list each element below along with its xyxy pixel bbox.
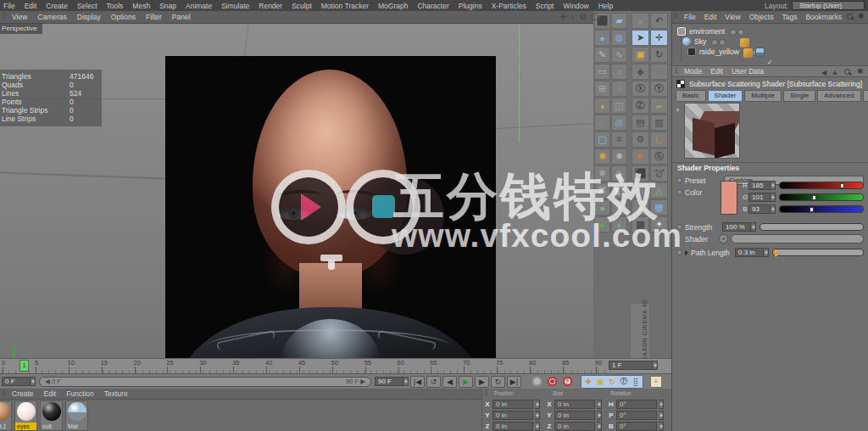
dolly-view-icon[interactable]: ↓ [570,12,575,21]
add-plane-icon[interactable]: ▰ [611,13,627,29]
attribute-tab[interactable]: Lights [863,90,868,102]
stepper-icon[interactable] [764,248,769,257]
points-mode-icon[interactable]: ⁙ [632,182,649,199]
search-icon[interactable] [843,68,852,76]
light-object-icon[interactable]: ✺ [594,148,610,165]
diamond-tool-icon[interactable]: ◇ [611,165,627,182]
bend-deformer-icon[interactable]: ◖ [594,98,610,114]
timeline-ruler[interactable]: 051015202530354045505560657075808590 1 1… [0,358,671,373]
menu-item[interactable]: File [3,2,15,10]
menu-item[interactable]: Tools [107,2,124,10]
figure-tool-icon[interactable]: ⌘ [594,182,610,199]
viewport-menu-item[interactable]: Options [111,13,136,21]
sun-object-icon[interactable]: ✹ [611,148,627,165]
keyframe-selection-icon[interactable]: ≡ [650,376,662,388]
coordinate-field[interactable]: 0° [616,400,657,409]
z-axis-lock-icon[interactable]: Ⓩ [632,98,649,114]
visibility-toggles[interactable] [711,37,725,46]
last-tool-icon[interactable]: ◆ [632,64,649,80]
record-scale-button[interactable]: ▣ [594,377,606,387]
blob-material-icon[interactable]: ◗ [611,216,627,232]
path-length-slider[interactable] [772,249,864,256]
object-manager-menu-item[interactable]: Objects [749,13,774,21]
menu-item[interactable]: MoGraph [378,2,408,10]
goto-end-button[interactable]: ▶| [507,376,521,388]
play-button[interactable]: ▶ [459,376,473,388]
expand-icon[interactable]: + [676,106,680,115]
channel-value-field[interactable]: 93 [748,204,771,214]
loop-button[interactable]: ↻ [491,376,505,388]
panel-grip-icon[interactable]: ⣿ [2,391,8,399]
record-keyframe-button[interactable] [530,376,543,388]
attribute-menu-item[interactable]: User Data [732,67,764,76]
circle-spline-icon[interactable]: ○ [611,64,627,80]
material-menu-item[interactable]: Texture [104,389,128,398]
render-view-icon[interactable]: ▤ [632,115,649,131]
stepper-icon[interactable] [31,377,36,386]
boole-object-icon[interactable]: ◫ [611,98,627,114]
path-length-field[interactable]: 0.3 in [735,248,764,257]
stepper-icon[interactable] [535,411,540,420]
record-help-button[interactable]: ? [560,376,574,388]
viewport-menu-item[interactable]: Cameras [37,13,66,21]
sketch-spline-icon[interactable]: ∿ [611,47,627,63]
shader-dropdown[interactable] [731,234,864,243]
material-menu-item[interactable]: Edit [44,389,57,398]
search-icon[interactable] [846,13,854,21]
snap-settings-icon[interactable]: ✦ [650,216,668,232]
suit[interactable]: suit [40,400,63,431]
menu-item[interactable]: Sculpt [292,2,312,10]
texture-tag-icon[interactable] [755,48,765,57]
attribute-tab[interactable]: Shader [708,90,743,102]
range-right-arrow-icon[interactable]: ▶ [360,378,365,385]
Mat[interactable]: Mat [65,400,88,431]
viewport-menu-item[interactable]: Filter [146,13,162,21]
stepper-icon[interactable] [771,193,776,202]
menu-item[interactable]: Render [259,2,282,10]
attribute-menu-item[interactable]: Mode [684,67,702,76]
coordinate-field[interactable]: 0 in [554,411,595,420]
current-frame-field[interactable]: 1 F [609,361,653,370]
object-manager-menu-item[interactable]: Bookmarks [805,13,842,21]
material-menu-item[interactable]: Function [66,389,94,398]
visibility-toggles[interactable] [730,27,743,36]
attribute-tab[interactable]: Single [783,90,815,102]
moss-material-icon[interactable]: ● [594,216,610,232]
prev-frame-button[interactable]: ◀ [442,376,457,388]
add-cylinder-icon[interactable]: ◍ [611,30,627,46]
attribute-menu-item[interactable]: Edit [710,67,723,76]
viewport-menu-item[interactable]: Display [77,13,101,21]
lock-icon[interactable] [857,68,865,76]
coordinate-field[interactable]: 0 in [492,422,533,431]
record-position-button[interactable]: ✚ [582,377,594,387]
range-left-arrow-icon[interactable]: ◀ [45,378,50,385]
camera-object-icon[interactable]: ⌗ [611,132,627,148]
leaf-material-icon[interactable]: ❧ [611,199,627,216]
coordinate-field[interactable]: 0° [616,422,657,431]
coordinate-field[interactable]: 0 in [492,400,533,409]
spline-snap-icon[interactable]: ➰ [650,165,668,182]
coordinate-field[interactable]: 0 in [554,422,595,431]
preview-range-slider[interactable]: ◀ 0 F 90 F ▶ [39,377,371,387]
channel-slider[interactable] [779,182,864,189]
rotate-view-icon[interactable]: ⊘ [579,12,586,21]
viewport-label[interactable]: Perspective [0,24,42,34]
menu-item[interactable]: Character [417,2,448,10]
pen-tool-icon[interactable]: ✎ [594,47,610,63]
object-manager-menu-item[interactable]: View [725,13,740,21]
render-picture-viewer-icon[interactable]: ▥ [650,115,668,131]
coordinate-system-icon[interactable]: ⌐ [650,98,668,114]
undo-icon[interactable]: ↶ [650,13,668,29]
coordinate-field[interactable]: 0° [616,411,657,420]
y-axis-lock-icon[interactable]: Ⓨ [650,81,668,97]
Sky[interactable]: Sky [682,36,725,47]
mirror-tool-icon[interactable]: ◧ [611,182,627,199]
viewport-menu-item[interactable]: Panel [172,13,191,21]
object-manager-menu-item[interactable]: Tags [782,13,797,21]
strength-slider[interactable] [760,223,864,231]
attribute-tab[interactable]: Advanced [817,90,861,102]
object-manager-menu-item[interactable]: File [684,13,696,21]
sculpt-mode-icon[interactable]: Ⓢ [650,148,668,165]
viewport-menu-item[interactable]: View [12,13,27,21]
viewport-canvas[interactable]: Triangles471646 Quads0 Lines524 Points0 … [0,24,593,358]
